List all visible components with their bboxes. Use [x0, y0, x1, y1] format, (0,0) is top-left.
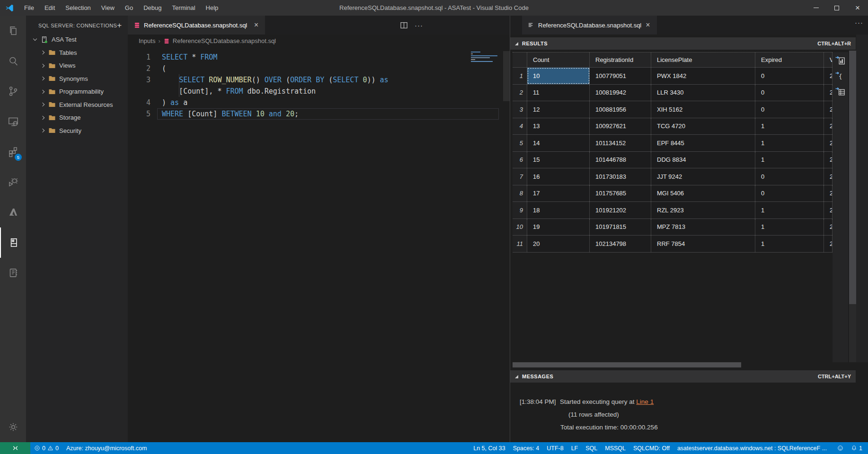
- row-number[interactable]: 4: [513, 118, 527, 135]
- table-cell[interactable]: 1: [755, 135, 824, 151]
- activity-extensions[interactable]: 5: [0, 137, 26, 167]
- messages-section-header[interactable]: MESSAGES CTRL+ALT+Y: [510, 370, 856, 383]
- scrollbar-thumb[interactable]: [513, 362, 741, 367]
- status-sql[interactable]: SQL: [582, 442, 601, 454]
- table-cell[interactable]: 2: [824, 118, 833, 135]
- activity-remote-explorer[interactable]: [0, 106, 26, 137]
- activity-search[interactable]: [0, 46, 26, 76]
- column-header-licenseplate[interactable]: LicensePlate: [651, 52, 755, 67]
- menu-item-debug[interactable]: Debug: [138, 0, 167, 16]
- table-cell[interactable]: 0: [755, 68, 824, 84]
- sidebar-item-security[interactable]: Security: [26, 124, 128, 138]
- breadcrumb[interactable]: Inputs › ReferenceSQLDatabase.snapshot.s…: [128, 35, 510, 47]
- sidebar-item-views[interactable]: Views: [26, 59, 128, 72]
- activity-source-control[interactable]: [0, 76, 26, 106]
- activity-notebook[interactable]: [0, 258, 26, 288]
- table-cell[interactable]: 2: [824, 185, 833, 202]
- code-line[interactable]: 3 SELECT ROW_NUMBER() OVER (ORDER BY (SE…: [128, 74, 510, 86]
- code-text[interactable]: WHERE [Count] BETWEEN 10 and 20;: [162, 108, 299, 120]
- save-as-excel-button[interactable]: [835, 86, 846, 97]
- tab-query-results[interactable]: ReferenceSQLDatabase.snapshot.sql ×: [522, 16, 657, 35]
- row-number[interactable]: 6: [513, 152, 527, 168]
- status-asatestserver-database-windows-net-sqlreferencef[interactable]: asatestserver.database.windows.net : SQL…: [673, 442, 831, 454]
- table-cell[interactable]: 1: [755, 118, 824, 135]
- sidebar-item-synonyms[interactable]: Synonyms: [26, 72, 128, 86]
- code-line[interactable]: 2(: [128, 63, 510, 74]
- breadcrumb-file[interactable]: ReferenceSQLDatabase.snapshot.sql: [173, 37, 276, 44]
- status-spaces-4[interactable]: Spaces: 4: [509, 442, 543, 454]
- row-number[interactable]: 2: [513, 85, 527, 101]
- code-line[interactable]: [Count], * FROM dbo.Registration: [128, 86, 510, 97]
- grid-vertical-scrollbar[interactable]: [849, 51, 856, 304]
- tab-close-icon[interactable]: ×: [645, 21, 651, 29]
- minimap[interactable]: [471, 52, 501, 63]
- row-number[interactable]: 8: [513, 185, 527, 202]
- remote-indicator[interactable]: [0, 442, 30, 454]
- table-cell[interactable]: 0: [755, 185, 824, 202]
- column-header-count[interactable]: Count: [527, 52, 590, 67]
- table-cell[interactable]: 2: [824, 68, 833, 84]
- table-cell[interactable]: 2: [824, 202, 833, 218]
- row-number[interactable]: 5: [513, 135, 527, 151]
- table-cell[interactable]: 10: [527, 68, 590, 84]
- status-mssql[interactable]: MSSQL: [601, 442, 629, 454]
- table-cell[interactable]: 13: [527, 118, 590, 135]
- row-number[interactable]: 1: [513, 68, 527, 84]
- menu-item-selection[interactable]: Selection: [60, 0, 96, 16]
- code-text[interactable]: (: [162, 63, 166, 74]
- column-header-v[interactable]: V: [824, 52, 833, 67]
- table-cell[interactable]: 101757685: [590, 185, 651, 202]
- line-link[interactable]: Line 1: [636, 398, 654, 405]
- code-line[interactable]: 1SELECT * FROM: [128, 52, 510, 63]
- table-cell[interactable]: DDG 8834: [651, 152, 755, 168]
- breadcrumb-folder[interactable]: Inputs: [139, 37, 155, 44]
- code-text[interactable]: SELECT ROW_NUMBER() OVER (ORDER BY (SELE…: [162, 74, 389, 86]
- table-cell[interactable]: 100819942: [590, 85, 651, 101]
- activity-explorer[interactable]: [0, 16, 26, 46]
- table-cell[interactable]: 101921202: [590, 202, 651, 218]
- tab-close-icon[interactable]: ×: [253, 21, 259, 29]
- more-actions-icon[interactable]: ···: [415, 21, 423, 29]
- problems-status[interactable]: 0 0: [30, 442, 62, 454]
- status-utf-8[interactable]: UTF-8: [543, 442, 567, 454]
- table-cell[interactable]: 17: [527, 185, 590, 202]
- close-button[interactable]: ×: [847, 0, 868, 16]
- table-cell[interactable]: PWX 1842: [651, 68, 755, 84]
- activity-sql-server[interactable]: [0, 227, 26, 258]
- status-lf[interactable]: LF: [567, 442, 582, 454]
- feedback-button[interactable]: [833, 442, 847, 454]
- activity-run-debug[interactable]: [0, 167, 26, 197]
- azure-account-status[interactable]: Azure: zhouyu@microsoft.com: [62, 442, 151, 454]
- table-cell[interactable]: 2: [824, 219, 833, 236]
- table-cell[interactable]: 0: [755, 168, 824, 185]
- status-ln-5-col-33[interactable]: Ln 5, Col 33: [469, 442, 509, 454]
- save-as-json-button[interactable]: { }: [835, 70, 846, 82]
- maximize-button[interactable]: [826, 0, 847, 16]
- row-number[interactable]: 9: [513, 202, 527, 218]
- sidebar-item-tables[interactable]: Tables: [26, 46, 128, 60]
- table-cell[interactable]: 2: [824, 168, 833, 185]
- table-cell[interactable]: 1: [755, 236, 824, 252]
- minimize-button[interactable]: [806, 0, 826, 16]
- table-cell[interactable]: 2: [824, 236, 833, 252]
- header-corner-cell[interactable]: [513, 52, 527, 67]
- table-cell[interactable]: 101134152: [590, 135, 651, 151]
- more-actions-icon[interactable]: ···: [855, 18, 863, 26]
- table-cell[interactable]: 2: [824, 85, 833, 101]
- row-number[interactable]: 11: [513, 236, 527, 252]
- table-cell[interactable]: 2: [824, 101, 833, 118]
- add-connection-button[interactable]: +: [117, 23, 122, 28]
- code-editor[interactable]: 1SELECT * FROM2(3 SELECT ROW_NUMBER() OV…: [128, 52, 510, 120]
- settings-button[interactable]: [0, 412, 26, 442]
- split-editor-icon[interactable]: [400, 21, 408, 29]
- table-cell[interactable]: 1: [755, 202, 824, 218]
- table-cell[interactable]: 14: [527, 135, 590, 151]
- table-cell[interactable]: 1: [755, 219, 824, 236]
- table-cell[interactable]: 0: [755, 85, 824, 101]
- notifications-button[interactable]: 1: [847, 442, 868, 454]
- table-cell[interactable]: 1: [755, 152, 824, 168]
- column-header-expired[interactable]: Expired: [755, 52, 824, 67]
- activity-azure[interactable]: [0, 197, 26, 227]
- tab-sql-file[interactable]: ReferenceSQLDatabase.snapshot.sql ×: [128, 16, 265, 35]
- code-text[interactable]: [Count], * FROM dbo.Registration: [162, 86, 316, 97]
